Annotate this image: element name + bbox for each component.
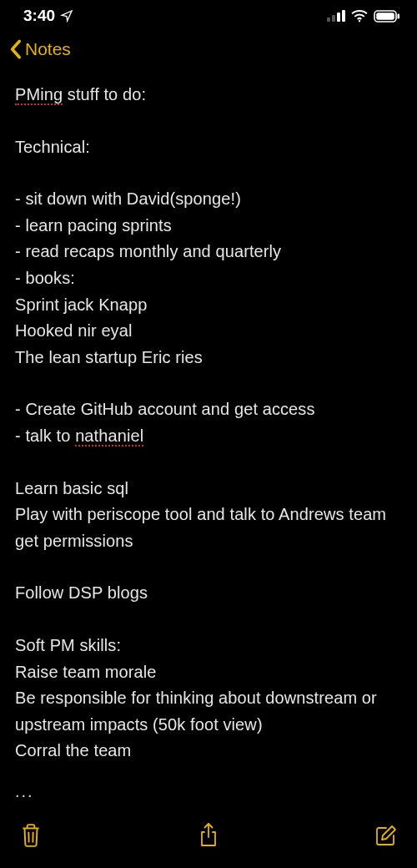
status-time: 3:40 — [23, 7, 55, 25]
svg-point-4 — [359, 20, 360, 22]
note-line: Sprint jack Knapp — [15, 292, 402, 319]
compose-button[interactable] — [374, 823, 399, 848]
spell-word: nathaniel — [75, 426, 143, 447]
svg-rect-7 — [398, 13, 400, 18]
back-label: Notes — [25, 39, 71, 59]
bottom-toolbar — [0, 811, 417, 868]
chevron-left-icon — [8, 38, 23, 60]
back-button[interactable]: Notes — [8, 38, 71, 60]
note-body[interactable]: PMing stuff to do: Technical: - sit down… — [0, 67, 417, 805]
svg-rect-6 — [376, 13, 394, 20]
note-line: - books: — [15, 265, 402, 292]
svg-rect-2 — [337, 13, 340, 22]
svg-rect-3 — [342, 10, 345, 22]
wifi-icon — [350, 9, 369, 23]
spell-word: PMing — [15, 85, 63, 105]
note-line: The lean startup Eric ries — [15, 345, 402, 371]
note-line: - talk to nathaniel — [15, 423, 402, 450]
note-title: PMing stuff to do: — [15, 82, 402, 108]
note-line: Corral the team — [15, 738, 402, 765]
cutoff-text: ... — [15, 779, 402, 805]
section-header: Technical: — [15, 134, 402, 161]
note-line: Be responsible for thinking about downst… — [15, 685, 402, 738]
note-line: - Create GitHub account and get access — [15, 396, 402, 423]
note-line: Hooked nir eyal — [15, 318, 402, 345]
note-line: Play with periscope tool and talk to And… — [15, 502, 402, 554]
note-line: Learn basic sql — [15, 476, 402, 502]
svg-rect-1 — [332, 15, 335, 22]
status-bar: 3:40 — [0, 0, 417, 30]
section-header: Soft PM skills: — [15, 633, 402, 659]
note-line: Follow DSP blogs — [15, 580, 402, 607]
status-right — [327, 9, 400, 23]
status-time-group: 3:40 — [23, 7, 73, 25]
location-icon — [60, 9, 73, 23]
battery-icon — [374, 10, 400, 23]
share-button[interactable] — [196, 823, 221, 848]
note-line: - learn pacing sprints — [15, 213, 402, 240]
svg-rect-0 — [327, 18, 330, 22]
cellular-icon — [327, 10, 345, 22]
nav-bar: Notes — [0, 30, 417, 67]
note-line: Raise team morale — [15, 659, 402, 686]
trash-button[interactable] — [18, 823, 43, 848]
note-line: - sit down with David(sponge!) — [15, 186, 402, 213]
note-line: - read recaps monthly and quarterly — [15, 239, 402, 265]
